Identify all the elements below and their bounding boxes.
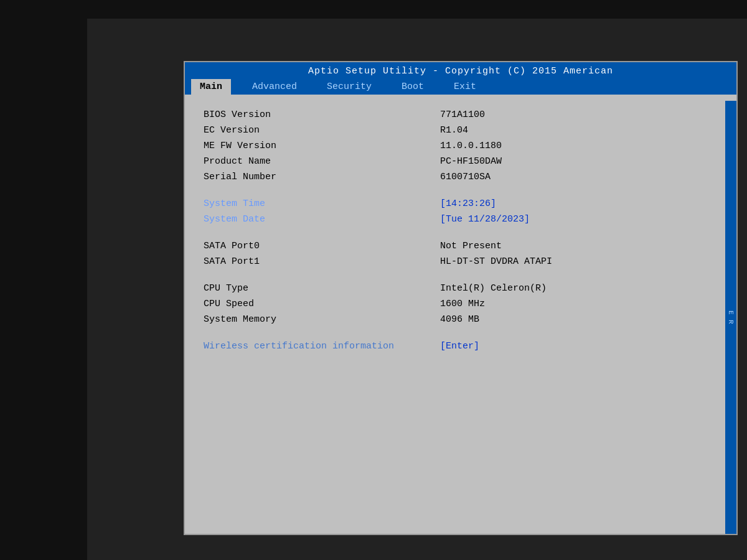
system-memory-label: System Memory <box>204 314 440 325</box>
cpu-speed-value: 1600 MHz <box>440 299 718 309</box>
cpu-type-value: Intel(R) Celeron(R) <box>440 283 718 294</box>
tab-main[interactable]: Main <box>191 79 231 95</box>
wireless-row[interactable]: Wireless certification information [Ente… <box>204 338 718 354</box>
bios-version-row: BIOS Version 771A1100 <box>204 107 718 123</box>
spacer-1 <box>204 185 718 196</box>
sata-port1-row: SATA Port1 HL-DT-ST DVDRA ATAPI <box>204 254 718 269</box>
tab-boot[interactable]: Boot <box>393 79 433 95</box>
bios-version-label: BIOS Version <box>204 110 440 120</box>
hint-r: R <box>727 320 735 324</box>
serial-number-value: 6100710SA <box>440 172 718 182</box>
menu-bar: Aptio Setup Utility - Copyright (C) 2015… <box>185 62 736 95</box>
sata-port0-value: Not Present <box>440 241 718 251</box>
sata-port0-label: SATA Port0 <box>204 241 440 251</box>
wireless-label: Wireless certification information <box>204 341 440 352</box>
cpu-speed-label: CPU Speed <box>204 299 440 309</box>
spacer-2 <box>204 227 718 238</box>
product-name-value: PC-HF150DAW <box>440 156 718 167</box>
system-time-row[interactable]: System Time [14:23:26] <box>204 196 718 212</box>
me-fw-row: ME FW Version 11.0.0.1180 <box>204 138 718 154</box>
ec-version-row: EC Version R1.04 <box>204 123 718 138</box>
cpu-type-row: CPU Type Intel(R) Celeron(R) <box>204 281 718 296</box>
right-hints: E R <box>725 101 736 534</box>
system-memory-row: System Memory 4096 MB <box>204 312 718 327</box>
bios-screen: Aptio Setup Utility - Copyright (C) 2015… <box>184 61 738 535</box>
tab-security[interactable]: Security <box>318 79 380 95</box>
system-time-value: [14:23:26] <box>440 198 718 209</box>
system-date-value: [Tue 11/28/2023] <box>440 214 718 225</box>
product-name-label: Product Name <box>204 156 440 167</box>
tab-advanced[interactable]: Advanced <box>243 79 306 95</box>
menu-tabs: Main Advanced Security Boot Exit <box>185 79 736 95</box>
serial-number-label: Serial Number <box>204 172 440 182</box>
system-date-label: System Date <box>204 214 440 225</box>
product-name-row: Product Name PC-HF150DAW <box>204 154 718 169</box>
wireless-value: [Enter] <box>440 341 718 352</box>
monitor-outer: ▲ LAVIE Aptio Setup Utility - Copyright … <box>0 0 747 560</box>
monitor-bezel: Aptio Setup Utility - Copyright (C) 2015… <box>87 19 747 560</box>
ec-version-value: R1.04 <box>440 125 718 136</box>
cpu-type-label: CPU Type <box>204 283 440 294</box>
me-fw-value: 11.0.0.1180 <box>440 141 718 151</box>
serial-number-row: Serial Number 6100710SA <box>204 169 718 185</box>
content-area: BIOS Version 771A1100 EC Version R1.04 M… <box>185 95 736 528</box>
sata-port0-row: SATA Port0 Not Present <box>204 238 718 254</box>
bios-title: Aptio Setup Utility - Copyright (C) 2015… <box>185 66 736 79</box>
spacer-3 <box>204 269 718 281</box>
sata-port1-label: SATA Port1 <box>204 256 440 267</box>
bios-version-value: 771A1100 <box>440 110 718 120</box>
ec-version-label: EC Version <box>204 125 440 136</box>
cpu-speed-row: CPU Speed 1600 MHz <box>204 296 718 312</box>
hint-e: E <box>727 310 735 315</box>
me-fw-label: ME FW Version <box>204 141 440 151</box>
spacer-4 <box>204 327 718 338</box>
system-memory-value: 4096 MB <box>440 314 718 325</box>
system-date-row[interactable]: System Date [Tue 11/28/2023] <box>204 212 718 227</box>
system-time-label: System Time <box>204 198 440 209</box>
tab-exit[interactable]: Exit <box>445 79 485 95</box>
sata-port1-value: HL-DT-ST DVDRA ATAPI <box>440 256 718 267</box>
